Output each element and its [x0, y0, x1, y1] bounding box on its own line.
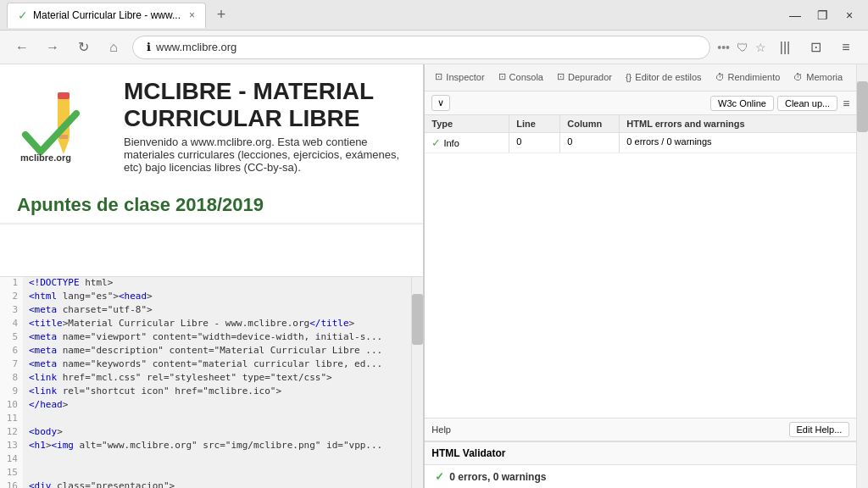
active-tab[interactable]: ✓ Material Curricular Libre - www... ×: [7, 3, 206, 28]
source-line: 1<!DOCTYPE html>: [0, 277, 411, 291]
source-scrollbar[interactable]: [411, 277, 423, 489]
close-button[interactable]: ×: [837, 7, 861, 24]
tab-inspector[interactable]: ⊡ Inspector: [428, 64, 491, 92]
validator-panel: ∨ W3c Online Clean up... ≡ Type Line Col…: [425, 92, 856, 488]
help-section: Help Edit Help...: [425, 418, 856, 441]
tab-debugger[interactable]: ⊡ Depurador: [550, 64, 619, 92]
new-tab-button[interactable]: +: [209, 3, 233, 27]
tab-close-btn[interactable]: ×: [189, 9, 195, 21]
svg-rect-2: [58, 92, 70, 99]
line-code: <!DOCTYPE html>: [24, 277, 113, 291]
line-code: [24, 467, 29, 480]
url-text: www.mclibre.org: [156, 41, 236, 53]
inspector-icon: ⊡: [435, 71, 442, 82]
source-line: 14: [0, 453, 411, 467]
restore-button[interactable]: ❐: [810, 7, 834, 24]
row-column: 0: [560, 133, 620, 152]
source-line: 8 <link href="mcl.css" rel="stylesheet" …: [0, 372, 411, 385]
titlebar: ✓ Material Curricular Libre - www... × +…: [0, 0, 868, 30]
help-title: Help: [431, 424, 451, 435]
line-number: 4: [0, 318, 24, 331]
validator-status: ✓ 0 errors, 0 warnings: [425, 464, 856, 488]
hamburger-button[interactable]: ≡: [834, 36, 858, 59]
site-logo: mclibre.org: [17, 88, 110, 164]
tab-bar: ✓ Material Curricular Libre - www... × +: [7, 3, 783, 28]
section-title: Apuntes de clase 2018/2019: [0, 187, 423, 225]
html-validator-section-title: HTML Validator: [425, 441, 856, 464]
minimize-button[interactable]: —: [783, 7, 807, 24]
row-line: 0: [509, 133, 560, 152]
table-row[interactable]: ✓ Info 0 0 0 errors / 0 warnings: [425, 133, 856, 153]
status-check-icon: ✓: [435, 470, 444, 483]
line-number: 6: [0, 345, 24, 358]
security-icon: ℹ: [147, 41, 151, 53]
cleanup-btn[interactable]: Clean up...: [777, 96, 837, 111]
row-type-label: Info: [443, 138, 459, 148]
devtools-panel: ⊡ Inspector ⊡ Consola ⊡ Depurador {} Edi…: [424, 64, 856, 488]
source-line: 12 <body>: [0, 426, 411, 440]
line-number: 3: [0, 304, 24, 318]
reload-button[interactable]: ↻: [71, 36, 95, 59]
source-line: 13 <h1><img alt="www.mclibre.org" src="i…: [0, 440, 411, 453]
tab-console[interactable]: ⊡ Consola: [492, 64, 550, 92]
line-number: 11: [0, 413, 24, 426]
back-button[interactable]: ←: [10, 36, 34, 59]
shield-icon[interactable]: 🛡: [737, 41, 748, 54]
w3c-online-btn[interactable]: W3c Online: [710, 96, 774, 111]
forward-button[interactable]: →: [41, 36, 64, 59]
line-code: <meta charset="utf-8">: [24, 304, 153, 318]
right-scrollbar[interactable]: [856, 64, 868, 488]
line-code: <html lang="es"><head>: [24, 291, 153, 304]
window-controls: — ❐ ×: [783, 7, 861, 24]
home-button[interactable]: ⌂: [102, 36, 125, 59]
debugger-label: Depurador: [568, 72, 612, 82]
tab-style-editor[interactable]: {} Editor de estilos: [619, 64, 709, 92]
help-header: Help Edit Help...: [425, 419, 856, 441]
console-icon: ⊡: [498, 71, 506, 82]
col-line: Line: [509, 115, 560, 132]
validator-menu-btn[interactable]: ≡: [843, 97, 849, 110]
tab-memory[interactable]: ⏱ Memoria: [787, 64, 849, 92]
row-type: ✓ Info: [425, 133, 509, 152]
source-line: 11: [0, 413, 411, 426]
line-number: 1: [0, 277, 24, 291]
row-message: 0 errors / 0 warnings: [620, 133, 856, 152]
source-line: 9 <link rel="shortcut icon" href="mclibr…: [0, 385, 411, 399]
library-button[interactable]: |||: [773, 36, 797, 59]
edit-help-btn[interactable]: Edit Help...: [789, 422, 850, 437]
tab-performance[interactable]: ⏱ Rendimiento: [709, 64, 787, 92]
perf-label: Rendimiento: [728, 72, 781, 82]
line-number: 7: [0, 358, 24, 372]
site-header: mclibre.org MCLIBRE - MATERIAL CURRICULA…: [0, 64, 423, 187]
source-line: 2<html lang="es"><head>: [0, 291, 411, 304]
scroll-thumb[interactable]: [412, 294, 423, 345]
line-number: 2: [0, 291, 24, 304]
source-line: 10 </head>: [0, 399, 411, 413]
line-code: <link href="mcl.css" rel="stylesheet" ty…: [24, 372, 332, 385]
col-type: Type: [425, 115, 509, 132]
line-code: <body>: [24, 426, 63, 440]
address-bar: ← → ↻ ⌂ ℹ www.mclibre.org ••• 🛡 ☆ ||| ⊡ …: [0, 30, 868, 64]
line-code: <title>Material Curricular Libre - www.m…: [24, 318, 354, 331]
right-scroll-thumb[interactable]: [857, 81, 868, 132]
source-lines: 1<!DOCTYPE html>2<html lang="es"><head>3…: [0, 277, 411, 489]
site-title-area: MCLIBRE - MATERIAL CURRICULAR LIBRE Bien…: [124, 78, 406, 174]
line-code: <meta name="keywords" content="material …: [24, 358, 382, 372]
svg-rect-3: [59, 135, 68, 139]
line-number: 13: [0, 440, 24, 453]
line-number: 15: [0, 467, 24, 480]
line-number: 10: [0, 399, 24, 413]
validator-dropdown[interactable]: ∨: [431, 95, 450, 111]
site-description: Bienvenido a www.mclibre.org. Esta web c…: [124, 136, 406, 174]
tab-favicon: ✓: [18, 8, 28, 22]
address-input[interactable]: ℹ www.mclibre.org: [132, 36, 710, 59]
sidebar-button[interactable]: ⊡: [804, 36, 827, 59]
validator-table-body: ✓ Info 0 0 0 errors / 0 warnings: [425, 133, 856, 418]
line-code: <meta name="viewport" content="width=dev…: [24, 331, 382, 345]
tab-network[interactable]: Red: [849, 64, 856, 92]
col-column: Column: [560, 115, 620, 132]
bookmark-icon[interactable]: ☆: [755, 41, 766, 54]
source-line: 3 <meta charset="utf-8">: [0, 304, 411, 318]
more-icon[interactable]: •••: [717, 41, 730, 54]
source-line: 6 <meta name="description" content="Mate…: [0, 345, 411, 358]
